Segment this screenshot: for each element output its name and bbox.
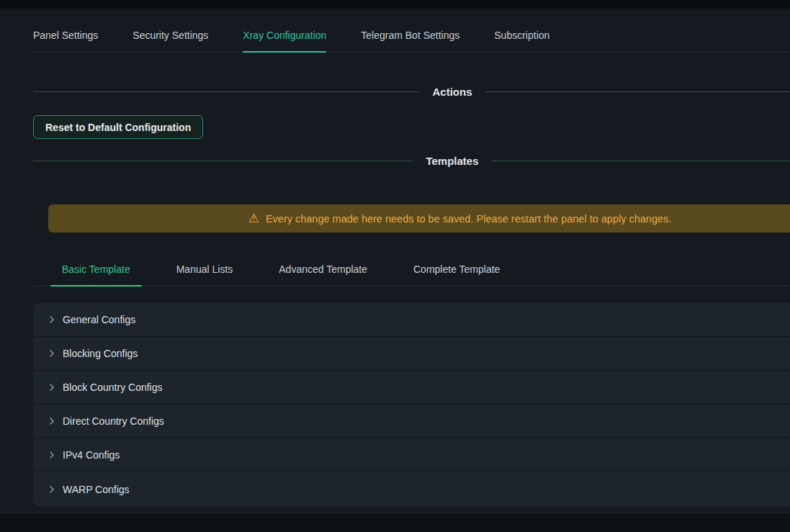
config-collapse-list: General Configs Blocking Configs Block C… [33,303,790,506]
templates-divider: Templates [33,153,790,168]
tab-subscription[interactable]: Subscription [494,27,549,52]
collapse-block-country-configs[interactable]: Block Country Configs [33,371,790,405]
collapse-ipv4-configs[interactable]: IPv4 Configs [33,438,790,472]
divider-line-left [33,91,420,92]
actions-divider-title: Actions [433,86,472,98]
chevron-right-icon [48,315,56,324]
collapse-direct-country-configs[interactable]: Direct Country Configs [33,405,790,438]
collapse-item-label: Block Country Configs [63,382,163,393]
collapse-item-label: IPv4 Configs [63,449,120,461]
warning-triangle-icon: ⚠ [248,212,259,225]
collapse-item-label: Direct Country Configs [63,415,164,427]
collapse-general-configs[interactable]: General Configs [33,303,790,337]
actions-divider: Actions [33,84,790,99]
collapse-warp-configs[interactable]: WARP Configs [33,472,790,506]
collapse-item-label: General Configs [63,314,135,325]
chevron-right-icon [48,451,56,459]
collapse-item-label: Blocking Configs [63,348,138,359]
chevron-right-icon [48,349,56,358]
top-window-strip [0,0,790,9]
tab-manual-lists[interactable]: Manual Lists [165,262,245,286]
tab-advanced-template[interactable]: Advanced Template [267,262,379,286]
divider-line-right [492,161,790,161]
collapse-item-label: WARP Configs [63,484,130,495]
tab-telegram-bot-settings[interactable]: Telegram Bot Settings [361,27,459,52]
tab-basic-template[interactable]: Basic Template [50,262,142,286]
restart-warning-banner: ⚠ Every change made here needs to be sav… [48,204,790,233]
divider-line-left [33,161,413,161]
divider-line-right [485,91,790,92]
tab-complete-template[interactable]: Complete Template [402,262,511,286]
reset-to-default-button[interactable]: Reset to Default Configuration [33,115,203,139]
settings-tab-bar: Panel Settings Security Settings Xray Co… [33,27,790,53]
warning-text: Every change made here needs to be saved… [266,213,671,225]
chevron-right-icon [48,417,56,425]
templates-divider-title: Templates [426,155,478,167]
collapse-blocking-configs[interactable]: Blocking Configs [33,337,790,371]
chevron-right-icon [48,383,56,392]
tab-panel-settings[interactable]: Panel Settings [33,27,98,52]
tab-xray-configuration[interactable]: Xray Configuration [243,27,326,52]
bottom-window-strip [0,514,790,532]
tab-security-settings[interactable]: Security Settings [133,27,208,52]
chevron-right-icon [48,485,56,494]
template-tab-bar: Basic Template Manual Lists Advanced Tem… [33,262,790,287]
